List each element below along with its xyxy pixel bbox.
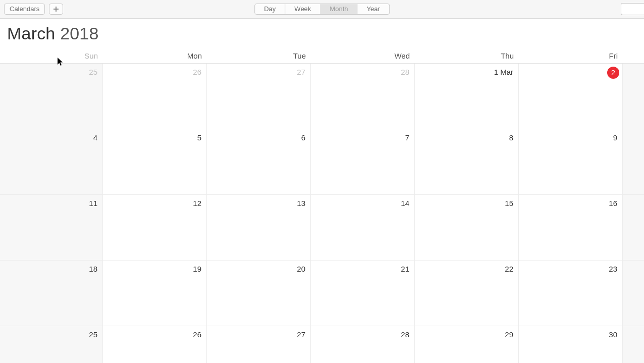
day-cell[interactable]: 27 xyxy=(207,64,311,129)
day-number: 6 xyxy=(301,133,305,142)
weekday-mon: Mon xyxy=(103,49,207,63)
day-number: 18 xyxy=(89,265,97,273)
day-cell[interactable]: 1 Mar xyxy=(415,64,519,129)
view-day[interactable]: Day xyxy=(255,4,285,14)
day-cell[interactable]: 12 xyxy=(103,195,207,261)
page-title: March 2018 xyxy=(7,24,637,43)
day-cell[interactable]: 4 xyxy=(0,129,103,195)
day-number: 30 xyxy=(609,330,617,339)
title-year: 2018 xyxy=(60,24,98,43)
day-cell-sliver[interactable] xyxy=(623,129,644,195)
day-number: 25 xyxy=(89,68,97,76)
weekday-sat-sliver xyxy=(623,49,644,63)
view-year[interactable]: Year xyxy=(357,4,389,14)
day-cell[interactable]: 16 xyxy=(519,195,623,261)
day-cell[interactable]: 9 xyxy=(519,129,623,195)
add-event-button[interactable] xyxy=(49,4,63,15)
day-number: 15 xyxy=(505,199,513,208)
month-header: March 2018 xyxy=(0,19,644,49)
day-cell-sliver[interactable] xyxy=(623,261,644,326)
toolbar-right xyxy=(621,3,644,15)
weekday-tue: Tue xyxy=(207,49,311,63)
day-cell-sliver[interactable] xyxy=(623,64,644,129)
day-number: 20 xyxy=(297,265,305,273)
today-badge: 2 xyxy=(607,67,619,79)
day-number: 27 xyxy=(297,330,305,339)
day-cell[interactable]: 11 xyxy=(0,195,103,261)
day-number: 26 xyxy=(193,330,201,339)
day-cell[interactable]: 29 xyxy=(415,326,519,363)
day-cell[interactable]: 13 xyxy=(207,195,311,261)
toolbar-left: Calendars xyxy=(4,4,63,15)
day-number: 16 xyxy=(609,199,617,208)
weekday-sun: Sun xyxy=(0,49,103,63)
day-cell[interactable]: 23 xyxy=(519,261,623,326)
day-cell[interactable]: 25 xyxy=(0,64,103,129)
day-number: 5 xyxy=(197,133,201,142)
day-number: 26 xyxy=(193,68,201,76)
day-cell[interactable]: 2 xyxy=(519,64,623,129)
day-cell[interactable]: 27 xyxy=(207,326,311,363)
day-cell[interactable]: 20 xyxy=(207,261,311,326)
title-month: March xyxy=(7,24,55,43)
day-number: 25 xyxy=(89,330,97,339)
day-number: 13 xyxy=(297,199,305,208)
day-cell[interactable]: 18 xyxy=(0,261,103,326)
day-cell[interactable]: 15 xyxy=(415,195,519,261)
day-cell[interactable]: 19 xyxy=(103,261,207,326)
day-number: 14 xyxy=(401,199,409,208)
day-cell[interactable]: 25 xyxy=(0,326,103,363)
day-cell[interactable]: 7 xyxy=(311,129,415,195)
weekday-thu: Thu xyxy=(415,49,519,63)
day-number: 19 xyxy=(193,265,201,273)
day-number: 23 xyxy=(609,265,617,273)
view-switcher: Day Week Month Year xyxy=(254,4,390,15)
search-input[interactable] xyxy=(621,3,644,15)
day-cell-sliver[interactable] xyxy=(623,326,644,363)
day-cell[interactable]: 21 xyxy=(311,261,415,326)
day-number: 22 xyxy=(505,265,513,273)
day-cell[interactable]: 6 xyxy=(207,129,311,195)
calendar-grid: 252627281 Mar245678911121314151618192021… xyxy=(0,64,644,363)
day-number: 4 xyxy=(93,133,97,142)
toolbar: Calendars Day Week Month Year xyxy=(0,0,644,19)
weekday-row: Sun Mon Tue Wed Thu Fri xyxy=(0,49,644,64)
view-month[interactable]: Month xyxy=(320,4,357,14)
day-cell[interactable]: 14 xyxy=(311,195,415,261)
day-number: 7 xyxy=(405,133,409,142)
day-cell[interactable]: 5 xyxy=(103,129,207,195)
view-week[interactable]: Week xyxy=(285,4,320,14)
day-number: 28 xyxy=(401,330,409,339)
day-cell[interactable]: 28 xyxy=(311,326,415,363)
day-cell[interactable]: 28 xyxy=(311,64,415,129)
day-cell[interactable]: 26 xyxy=(103,64,207,129)
day-cell[interactable]: 8 xyxy=(415,129,519,195)
day-cell[interactable]: 26 xyxy=(103,326,207,363)
day-number: 9 xyxy=(613,133,617,142)
day-number: 29 xyxy=(505,330,513,339)
day-cell-sliver[interactable] xyxy=(623,195,644,261)
day-number: 1 Mar xyxy=(494,68,513,76)
day-number: 28 xyxy=(401,68,409,76)
weekday-fri: Fri xyxy=(519,49,623,63)
day-number: 21 xyxy=(401,265,409,273)
day-cell[interactable]: 22 xyxy=(415,261,519,326)
plus-icon xyxy=(53,6,59,12)
calendars-button[interactable]: Calendars xyxy=(4,4,45,15)
day-number: 11 xyxy=(89,199,97,208)
day-cell[interactable]: 30 xyxy=(519,326,623,363)
day-number: 27 xyxy=(297,68,305,76)
weekday-wed: Wed xyxy=(311,49,415,63)
day-number: 8 xyxy=(509,133,513,142)
day-number: 12 xyxy=(193,199,201,208)
